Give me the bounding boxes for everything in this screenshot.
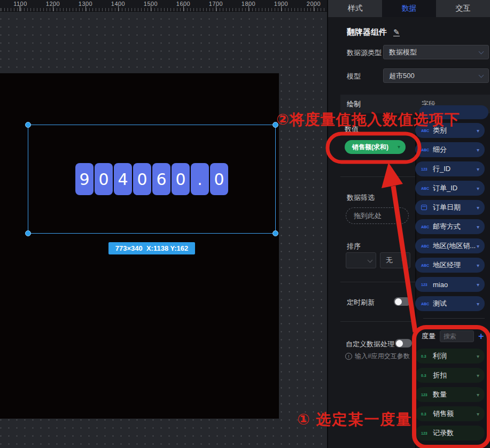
chevron-down-icon[interactable]: ▾ xyxy=(477,282,479,288)
measure-pill[interactable]: 123 数量 ▾ xyxy=(415,387,485,402)
resize-handle-bottom-right[interactable] xyxy=(273,230,278,236)
measure-pill[interactable]: 0.3 折扣 ▾ xyxy=(415,368,485,383)
chevron-down-icon[interactable]: ▾ xyxy=(477,128,479,134)
chevron-down-icon[interactable]: ▾ xyxy=(477,392,479,398)
measure-search-input[interactable] xyxy=(440,330,474,342)
chevron-down-icon[interactable]: ▾ xyxy=(477,411,479,417)
panel-tab[interactable]: 样式 xyxy=(328,0,382,17)
dimension-pill[interactable]: ABC 地区(地区销... ▾ xyxy=(415,238,485,253)
value-measure-pill-label: 销售额(求和) xyxy=(352,143,388,151)
panel-tab[interactable]: 交互 xyxy=(436,0,490,17)
horizontal-ruler: 1100120013001400150016001700180019002000 xyxy=(0,0,327,12)
digit-card: 9 xyxy=(75,163,94,195)
sort-order-select[interactable]: 无 xyxy=(380,252,410,268)
measures-label: 度量 xyxy=(422,331,435,341)
dimension-pill[interactable]: ABC 地区经理 ▾ xyxy=(415,258,485,273)
field-label: miao xyxy=(433,281,448,289)
datasource-type-label: 数据源类型 xyxy=(347,48,382,58)
panel-tab[interactable]: 数据 xyxy=(382,0,436,17)
chevron-down-icon[interactable]: ▾ xyxy=(477,262,479,268)
value-measure-pill[interactable]: 销售额(求和) ▾ xyxy=(345,140,406,154)
divider xyxy=(340,321,415,322)
divider xyxy=(340,176,415,177)
chevron-down-icon[interactable]: ▾ xyxy=(477,147,479,153)
filter-dropzone[interactable]: 拖到此处 xyxy=(346,207,409,224)
toggle-knob xyxy=(396,340,403,347)
measures-header: 度量 + xyxy=(422,330,484,342)
field-type-icon: 0.3 xyxy=(421,354,433,358)
chevron-down-icon[interactable]: ▾ xyxy=(477,353,479,359)
chevron-down-icon xyxy=(402,258,407,263)
dimension-pill[interactable]: ABC 邮寄方式 ▾ xyxy=(415,219,485,234)
chevron-down-icon[interactable]: ▾ xyxy=(477,186,479,191)
field-type-icon: ABC xyxy=(421,264,433,267)
edit-icon[interactable]: ✎ xyxy=(393,28,400,36)
chevron-down-icon[interactable]: ▾ xyxy=(477,373,479,379)
field-label: 销售额 xyxy=(433,409,454,419)
dimension-list: ABC 类别 ▾ ABC 细分 ▾ 123 行_ID ▾ ABC 订单_ID ▾ xyxy=(412,123,485,315)
dimension-pill[interactable]: ABC 类别 ▾ xyxy=(415,123,485,138)
ruler-label: 1800 xyxy=(242,1,255,7)
field-pill-partial[interactable] xyxy=(419,105,488,119)
custom-processing-toggle[interactable] xyxy=(395,339,412,347)
ruler-label: 1300 xyxy=(79,1,92,7)
component-title-text: 翻牌器组件 xyxy=(347,27,387,36)
resize-handle-bottom-left[interactable] xyxy=(25,230,31,236)
sort-order-value: 无 xyxy=(386,256,393,264)
auto-refresh-toggle[interactable] xyxy=(394,297,411,306)
dimension-pill[interactable]: ABC 订单_ID ▾ xyxy=(415,181,485,196)
value-label: 数值 xyxy=(345,125,359,134)
chevron-down-icon[interactable]: ▾ xyxy=(477,301,479,307)
interaction-param-hint: ! 输入#应用交互参数 xyxy=(345,352,410,361)
field-label: 折扣 xyxy=(433,370,447,380)
design-workspace[interactable]: 1100120013001400150016001700180019002000… xyxy=(0,0,327,448)
ruler-label: 1700 xyxy=(209,1,223,7)
chevron-down-icon xyxy=(479,73,484,78)
model-select[interactable]: 超市500 xyxy=(383,68,489,83)
field-label: 地区(地区销... xyxy=(433,241,476,251)
size-position-badge: 773×340 X:1138 Y:162 xyxy=(108,242,195,254)
dimension-pill[interactable]: 123 miao ▾ xyxy=(415,277,485,292)
model-label: 模型 xyxy=(347,72,361,81)
chevron-down-icon[interactable]: ▾ xyxy=(477,205,479,211)
field-label: 数量 xyxy=(433,390,447,399)
chevron-down-icon[interactable]: ▾ xyxy=(398,140,400,154)
resize-handle-top-left[interactable] xyxy=(25,122,31,128)
measure-pill[interactable]: 0.3 销售额 ▾ xyxy=(415,406,485,421)
sort-field-select[interactable] xyxy=(346,252,376,268)
field-label: 订单日期 xyxy=(433,203,461,212)
field-label: 记录数 xyxy=(433,428,454,438)
field-type-icon: ABC xyxy=(421,187,433,190)
field-label: 测试 xyxy=(433,299,447,308)
field-label: 类别 xyxy=(433,126,447,135)
add-measure-button[interactable]: + xyxy=(478,331,484,341)
subtab-draw[interactable]: 绘制 xyxy=(340,95,415,113)
ruler-label: 1200 xyxy=(46,1,60,7)
flip-card-widget[interactable]: 904060.0 xyxy=(75,163,228,195)
field-type-icon: 123 xyxy=(421,283,433,287)
field-type-icon: ABC xyxy=(421,129,433,133)
datasource-type-value: 数据模型 xyxy=(389,48,417,56)
dimension-pill[interactable]: 123 行_ID ▾ xyxy=(415,161,485,176)
resize-handle-top-right[interactable] xyxy=(273,122,278,128)
field-type-icon: 0.3 xyxy=(421,412,433,416)
digit-card: 0 xyxy=(95,163,113,195)
chevron-down-icon[interactable]: ▾ xyxy=(477,224,479,230)
ruler-label: 2000 xyxy=(307,1,321,7)
sort-label: 排序 xyxy=(347,242,361,251)
dimension-pill[interactable]: ABC 细分 ▾ xyxy=(415,142,485,157)
model-value: 超市500 xyxy=(389,72,415,80)
measure-pill[interactable]: 123 记录数 ▾ xyxy=(415,426,485,441)
chevron-down-icon[interactable]: ▾ xyxy=(477,243,479,249)
chevron-down-icon xyxy=(368,258,373,263)
field-type-icon: ABC xyxy=(421,302,433,306)
digit-card: 6 xyxy=(152,163,170,195)
field-label: 利润 xyxy=(433,351,447,361)
chevron-down-icon[interactable]: ▾ xyxy=(477,166,479,172)
datasource-type-select[interactable]: 数据模型 xyxy=(383,45,489,59)
field-type-icon: ABC xyxy=(421,244,433,248)
ruler-label: 1400 xyxy=(111,1,125,7)
dimension-pill[interactable]: ABC 测试 ▾ xyxy=(415,296,485,311)
measure-pill[interactable]: 0.3 利润 ▾ xyxy=(415,349,485,364)
dimension-pill[interactable]: 订单日期 ▾ xyxy=(415,200,485,215)
